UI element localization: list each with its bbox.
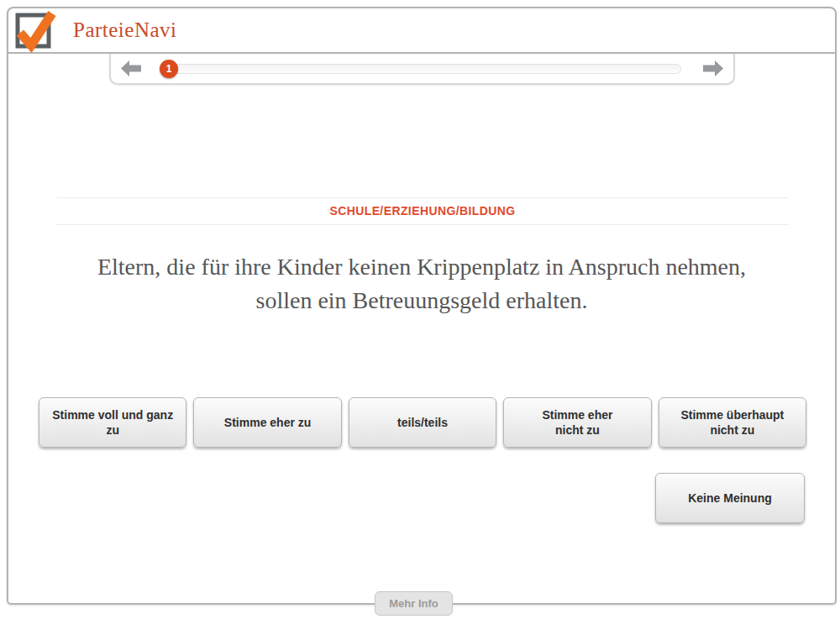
answer-neutral-button[interactable]: teils/teils [349,397,496,448]
more-info-button[interactable]: Mehr Info [375,591,453,616]
app-title: ParteieNavi [73,18,177,42]
answer-label: teils/teils [397,415,448,430]
header: ParteieNavi [8,8,835,54]
answer-agree-fully-button[interactable]: Stimme voll und ganz zu [39,397,186,448]
arrow-left-icon[interactable] [121,60,141,76]
more-info-label: Mehr Info [389,597,438,610]
answer-label: Stimme voll und ganz zu [46,407,179,438]
progress-step-badge: 1 [160,60,178,78]
answer-rather-disagree-button[interactable]: Stimme eher nicht zu [503,397,651,448]
answer-label: Stimme eher zu [224,415,311,430]
answer-label: Stimme eher nicht zu [530,407,624,438]
parteienavi-page: ParteieNavi 1 SCHULE/ERZIEHUNG/BILDUNG E… [0,0,840,619]
checkbox-checkmark-icon [13,9,56,53]
progress-bar: 1 [109,54,735,85]
arrow-right-icon[interactable] [703,60,723,76]
no-opinion-button[interactable]: Keine Meinung [655,473,805,523]
answer-options-row: Stimme voll und ganz zu Stimme eher zu t… [39,397,806,448]
answer-label: Stimme überhaupt nicht zu [678,407,787,438]
progress-track [168,64,681,74]
app-frame: ParteieNavi 1 SCHULE/ERZIEHUNG/BILDUNG E… [7,7,837,605]
answer-disagree-fully-button[interactable]: Stimme überhaupt nicht zu [659,397,806,448]
answer-rather-agree-button[interactable]: Stimme eher zu [193,397,341,448]
no-opinion-label: Keine Meinung [688,491,772,505]
category-label: SCHULE/ERZIEHUNG/BILDUNG [329,204,515,218]
category-section: SCHULE/ERZIEHUNG/BILDUNG [56,197,789,225]
question-text: Eltern, die für ihre Kinder keinen Kripp… [77,250,766,317]
